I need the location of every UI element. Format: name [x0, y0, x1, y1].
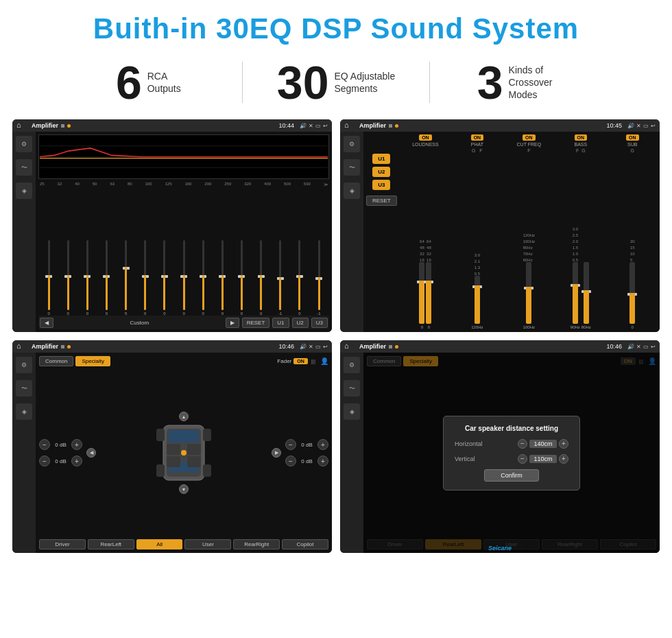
speaker-side-icon-4[interactable]: ◈	[344, 403, 360, 420]
eq-slider-3[interactable]: 0	[97, 240, 115, 316]
svg-rect-14	[203, 464, 211, 477]
wave-side-icon-2[interactable]: 〜	[344, 159, 360, 176]
sp-plus-bl[interactable]: +	[71, 456, 82, 466]
eq-slider-8[interactable]: 0	[194, 240, 212, 316]
nav-right[interactable]: ▶	[272, 448, 281, 458]
rearright-btn[interactable]: RearRight	[233, 539, 280, 550]
u2-btn-1[interactable]: U2	[292, 318, 309, 328]
eq-slider-5[interactable]: 0	[136, 240, 154, 316]
loudness-slider-2[interactable]	[426, 262, 431, 324]
horizontal-value: 140cm	[529, 440, 557, 448]
back-icon-1: ↩	[323, 123, 328, 129]
eq-slider-0[interactable]: 0	[40, 240, 58, 316]
next-btn[interactable]: ▶	[226, 318, 239, 328]
horizontal-minus[interactable]: −	[518, 439, 527, 449]
horizontal-plus[interactable]: +	[559, 439, 568, 449]
u1-btn-1[interactable]: U1	[272, 318, 289, 328]
ch-on-sub[interactable]: ON	[626, 134, 639, 141]
bass-slider-1[interactable]	[573, 262, 578, 324]
eq-slider-9[interactable]: 0	[213, 240, 231, 316]
wave-side-icon-3[interactable]: 〜	[16, 380, 32, 397]
eq-side-icon-3[interactable]: ⚙	[16, 357, 32, 373]
vertical-plus[interactable]: +	[559, 454, 568, 464]
speaker-icon-4: 🔊	[627, 344, 634, 350]
prev-btn[interactable]: ◀	[40, 318, 53, 328]
eq-slider-7[interactable]: 0	[175, 240, 193, 316]
eq-slider-14[interactable]: -1	[310, 240, 328, 316]
wave-side-icon-4[interactable]: 〜	[344, 380, 360, 397]
dialog-vertical-ctrl: − 110cm +	[518, 454, 568, 464]
vertical-minus[interactable]: −	[518, 454, 527, 464]
sp-plus-tl[interactable]: +	[71, 439, 82, 450]
ch-label-bass: BASS	[574, 142, 587, 147]
ch-on-loudness[interactable]: ON	[419, 134, 432, 141]
screen1-body: ⚙ 〜 ◈ 2	[12, 132, 332, 332]
eq-slider-11[interactable]: 0	[252, 240, 270, 316]
eq-slider-1[interactable]: 0	[59, 240, 77, 316]
status-icons-2: 🔊 ✕ ▭ ↩	[627, 123, 656, 129]
phat-slider[interactable]	[475, 276, 480, 324]
copilot-btn[interactable]: Copilot	[282, 539, 328, 550]
screen-dialog: ⌂ Amplifier 10:46 🔊 ✕ ▭ ↩ ⚙ 〜 ◈ Common	[340, 340, 660, 553]
speaker-side-icon[interactable]: ◈	[16, 182, 32, 199]
watermark: Seicane	[488, 545, 512, 552]
profile-icon-3[interactable]: 👤	[320, 357, 328, 365]
stat-text-rca: RCA Outputs	[147, 70, 181, 95]
status-bar-4: ⌂ Amplifier 10:46 🔊 ✕ ▭ ↩	[340, 340, 660, 353]
all-btn[interactable]: All	[136, 539, 183, 550]
confirm-button[interactable]: Confirm	[484, 469, 539, 482]
ch-on-phat[interactable]: ON	[471, 134, 484, 141]
wave-side-icon[interactable]: 〜	[16, 159, 32, 176]
loudness-slider[interactable]	[419, 262, 424, 324]
eq-slider-13[interactable]: 0	[291, 240, 309, 316]
close-icon-3: ✕	[309, 344, 313, 350]
sp-minus-br[interactable]: −	[285, 456, 296, 466]
eq-slider-6[interactable]: 0	[156, 240, 173, 316]
eq-side-icon-4[interactable]: ⚙	[344, 357, 360, 373]
u2-btn[interactable]: U2	[372, 167, 390, 177]
rec-icon-2	[389, 124, 392, 128]
sp-ctrl-br: − 0 dB +	[285, 456, 328, 466]
nav-left[interactable]: ◀	[86, 448, 96, 458]
sp-plus-br[interactable]: +	[317, 456, 328, 466]
sp-plus-tr[interactable]: +	[317, 439, 328, 450]
sp-minus-bl[interactable]: −	[39, 456, 50, 466]
rearleft-btn[interactable]: RearLeft	[88, 539, 134, 550]
reset-btn-2[interactable]: RESET	[366, 196, 397, 206]
reset-btn-1[interactable]: RESET	[242, 318, 270, 328]
nav-down[interactable]: ▼	[179, 484, 189, 494]
sp-minus-tr[interactable]: −	[285, 439, 296, 450]
u3-btn[interactable]: U3	[372, 180, 390, 190]
speaker-side-icon-3[interactable]: ◈	[16, 403, 32, 420]
tab-common-3[interactable]: Common	[39, 356, 73, 366]
status-bar-1: ⌂ Amplifier 10:44 🔊 ✕ ▭ ↩	[12, 119, 332, 132]
dialog-overlay: Car speaker distance setting Horizontal …	[363, 353, 660, 553]
driver-btn[interactable]: Driver	[39, 539, 86, 550]
ch-label-sub: SUB	[627, 142, 637, 147]
eq-sliders: 0 0 0 0 5	[38, 189, 329, 316]
eq-slider-4[interactable]: 5	[117, 240, 135, 316]
eq-slider-12[interactable]: -1	[272, 240, 289, 316]
eq-slider-10[interactable]: 0	[232, 240, 250, 316]
cutfreq-slider[interactable]	[526, 262, 531, 324]
ch-on-bass[interactable]: ON	[575, 134, 588, 141]
sp-minus-tl[interactable]: −	[39, 439, 50, 450]
user-btn[interactable]: User	[184, 539, 231, 550]
speaker-side-icon-2[interactable]: ◈	[344, 182, 360, 199]
bass-slider-2[interactable]	[584, 262, 589, 324]
ch-on-cutfreq[interactable]: ON	[523, 134, 536, 141]
time-2: 10:45	[606, 122, 622, 129]
tab-specialty-3[interactable]: Specialty	[75, 356, 110, 366]
u3-btn-1[interactable]: U3	[311, 318, 328, 328]
eq-side-icon-2[interactable]: ⚙	[344, 136, 360, 152]
page-title: Buith-in 30EQ DSP Sound System	[0, 12, 672, 45]
eq-side-icon[interactable]: ⚙	[16, 136, 32, 152]
fader-on-3[interactable]: ON	[293, 358, 308, 364]
sc3-bottom-buttons: Driver RearLeft All User RearRight Copil…	[39, 539, 328, 550]
u1-btn[interactable]: U1	[372, 154, 390, 164]
window-icon-3: ▭	[315, 344, 321, 350]
sub-slider[interactable]	[629, 262, 635, 324]
nav-up[interactable]: ▲	[179, 412, 189, 421]
screens-grid: ⌂ Amplifier 10:44 🔊 ✕ ▭ ↩ ⚙ 〜 ◈	[0, 116, 672, 558]
eq-slider-2[interactable]: 0	[78, 240, 96, 316]
